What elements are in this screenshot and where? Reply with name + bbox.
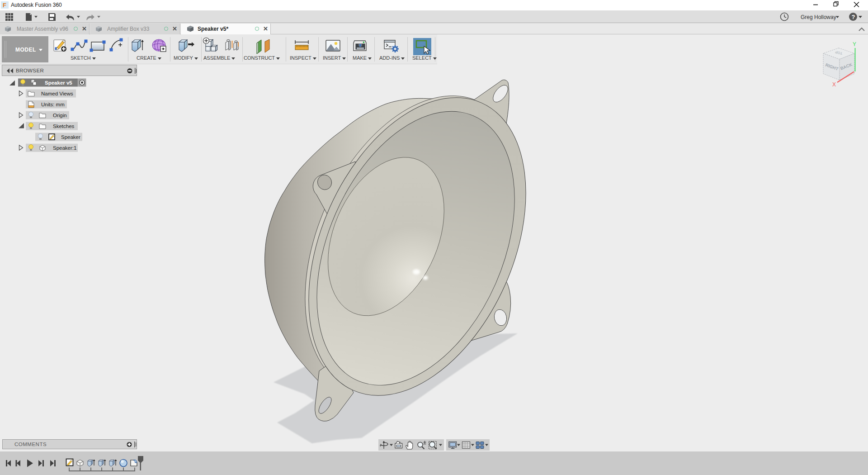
svg-text:?: ? <box>852 14 855 20</box>
svg-text:Greg Holloway: Greg Holloway <box>801 14 836 20</box>
